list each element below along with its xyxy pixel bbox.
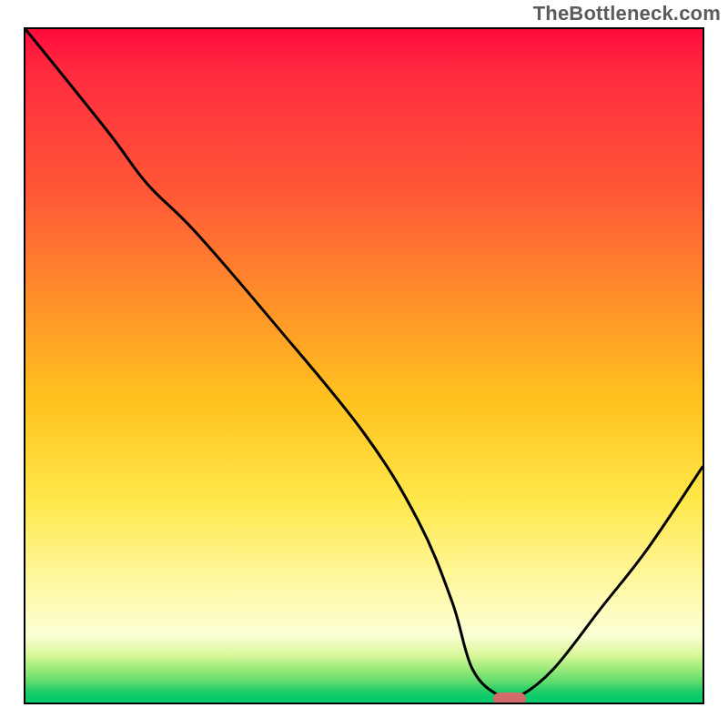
line-curve	[25, 29, 703, 700]
plot-area	[24, 27, 704, 704]
watermark-text: TheBottleneck.com	[533, 2, 721, 25]
chart-container: TheBottleneck.com	[0, 0, 728, 728]
minimum-marker	[493, 693, 526, 704]
curve-svg	[25, 29, 703, 703]
